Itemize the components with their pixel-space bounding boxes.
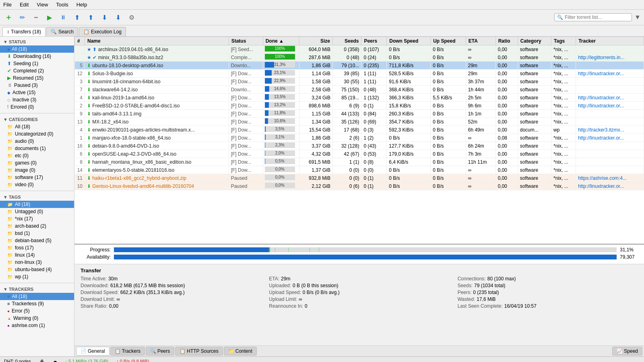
- sidebar-item-tag-all[interactable]: 📁 All (18): [0, 201, 74, 208]
- col-category[interactable]: Category: [518, 37, 551, 45]
- table-row[interactable]: 4 ⬇ kali-linux-2019-1a-amd64.iso [F] Dow…: [75, 94, 644, 102]
- tab-peers[interactable]: 🔍 Peers: [146, 347, 174, 356]
- menu-edit[interactable]: Edit: [18, 1, 30, 8]
- sidebar-item-tag-foss[interactable]: 📁 foss (17): [0, 244, 74, 251]
- table-row[interactable]: 13 ⬇ MX-18.2_x64.iso [F] Dow... 10,6% 1,…: [75, 118, 644, 126]
- status-collapse-icon[interactable]: ▼: [3, 39, 8, 44]
- table-row[interactable]: 2 ⬇ FreeBSD-12.0-STABLE-amd64-disc1.iso …: [75, 102, 644, 110]
- sidebar-item-active[interactable]: ◆ Active (15): [0, 89, 74, 96]
- trackers-collapse-icon[interactable]: ▼: [3, 287, 8, 292]
- sidebar-item-tag-nonlinux[interactable]: 📁 non-linux (3): [0, 259, 74, 266]
- sidebar-item-paused[interactable]: ⏸ Paused (3): [0, 82, 74, 89]
- add-torrent-button[interactable]: ＋: [2, 11, 14, 23]
- table-row[interactable]: 7 ⬇ slackware64-14.2.iso Downlo... 14,6%…: [75, 86, 644, 94]
- sidebar-item-tr-warning[interactable]: ▲ Warning (0): [0, 315, 74, 322]
- table-row[interactable]: 1 ⬇ manjaro-xfce-18.0-stable-x86_64.iso …: [75, 134, 644, 142]
- menu-tools[interactable]: Tools: [54, 1, 70, 8]
- search-input[interactable]: [565, 14, 629, 20]
- col-ratio[interactable]: Ratio: [495, 37, 518, 45]
- tab-execution-log[interactable]: 📋 Execution Log: [79, 27, 126, 36]
- settings-button[interactable]: ⚙: [126, 11, 138, 23]
- sidebar-item-tag-debian[interactable]: 📁 debian-based (5): [0, 237, 74, 244]
- tab-search[interactable]: 🔍 Search: [46, 27, 78, 36]
- col-size[interactable]: Size: [299, 37, 332, 45]
- priority-up-all-button[interactable]: ⬆: [85, 11, 97, 23]
- col-done[interactable]: Done ▲: [263, 37, 299, 45]
- sidebar-item-tr-error[interactable]: ● Error (5): [0, 307, 74, 315]
- col-num[interactable]: #: [75, 37, 85, 45]
- sidebar-item-tr-trackerless[interactable]: ≡ Trackerless (9): [0, 300, 74, 307]
- menu-view[interactable]: View: [35, 1, 50, 8]
- sidebar-item-cat-etc[interactable]: 📁 etc (0): [0, 152, 74, 159]
- sidebar-item-tag-wp[interactable]: 📁 wp (1): [0, 273, 74, 280]
- col-name[interactable]: Name: [85, 37, 229, 45]
- table-row[interactable]: ★ ⬆ archlinux-2019.04.01-x86_64.iso [F] …: [75, 45, 644, 53]
- sidebar-item-downloading[interactable]: ⬇ Downloading (16): [0, 53, 74, 60]
- tab-http-sources[interactable]: 📋 HTTP Sources: [175, 347, 223, 356]
- priority-down-button[interactable]: ⬇: [98, 11, 110, 23]
- col-up-speed[interactable]: Up Speed: [431, 37, 466, 45]
- sidebar-item-cat-software[interactable]: 📁 software (17): [0, 174, 74, 181]
- sidebar-item-cat-docs[interactable]: 📁 documents (1): [0, 145, 74, 152]
- priority-up-button[interactable]: ⬆: [71, 11, 83, 23]
- table-row[interactable]: ★ ✔ minix_R3.3.0-588a35b.iso.bz2 Comple.…: [75, 53, 644, 62]
- sidebar-item-tag-nix[interactable]: 📁 *nix (17): [0, 215, 74, 222]
- menu-help[interactable]: Help: [75, 1, 89, 8]
- sidebar-item-tag-ubuntu[interactable]: 📁 ubuntu-based (4): [0, 266, 74, 273]
- table-row[interactable]: 4 ⬇ enwiki-20190101-pages-articles-multi…: [75, 126, 644, 134]
- sidebar-item-tag-bsd[interactable]: 📁 bsd (1): [0, 230, 74, 237]
- sidebar-item-tr-all[interactable]: ≡ All (18): [0, 293, 74, 300]
- sidebar-item-inactive[interactable]: ◇ Inactive (3): [0, 96, 74, 103]
- sidebar-item-tag-linux[interactable]: 📁 linux (14): [0, 251, 74, 259]
- tab-content[interactable]: 📁 Content: [224, 347, 257, 356]
- table-row[interactable]: 6 ⬇ openSUSE-Leap-42.3-DVD-x86_64.iso [F…: [75, 150, 644, 158]
- torrent-table-container[interactable]: # Name Status Done ▲ Size Seeds Peers Do…: [74, 37, 644, 244]
- sidebar-item-tag-untagged[interactable]: 📁 Untagged (0): [0, 208, 74, 215]
- col-eta[interactable]: ETA: [466, 37, 495, 45]
- table-row[interactable]: 5 ⬇ ubuntu-18.10-desktop-amd64.iso Downl…: [75, 62, 644, 70]
- sidebar-item-tr-ashrise[interactable]: ● ashrise.com (1): [0, 322, 74, 329]
- pause-button[interactable]: ⏸: [57, 11, 69, 23]
- start-button[interactable]: ▶: [43, 11, 56, 23]
- sidebar-item-cat-image[interactable]: 📁 image (0): [0, 167, 74, 174]
- table-row[interactable]: 14 ⬇ elementaryos-5.0-stable.20181016.is…: [75, 166, 644, 174]
- tr-warning-icon: ▲: [7, 316, 11, 321]
- col-down-speed[interactable]: Down Speed: [387, 37, 431, 45]
- tab-trackers[interactable]: 📋 Trackers: [110, 347, 145, 356]
- col-seeds[interactable]: Seeds: [333, 37, 361, 45]
- sidebar-item-seeding[interactable]: ⬆ Seeding (1): [0, 60, 74, 67]
- sidebar-item-cat-video[interactable]: 📁 video (0): [0, 181, 74, 188]
- sidebar-item-tag-arch[interactable]: 📁 arch-based (2): [0, 222, 74, 230]
- table-row[interactable]: 8 ⬇ hannah_montana_linux_x86_basic_editi…: [75, 158, 644, 166]
- table-row[interactable]: 11 ⬇ haiku-r1beta1-x86_gcc2_hybrid-anybo…: [75, 174, 644, 182]
- tab-speed[interactable]: 📈 Speed: [612, 347, 642, 356]
- create-torrent-button[interactable]: ✏: [16, 11, 28, 23]
- remove-torrent-button[interactable]: －: [30, 11, 42, 23]
- col-tags[interactable]: Tags: [551, 37, 576, 45]
- cell-eta: 1h 1m: [466, 110, 495, 118]
- sidebar-item-cat-uncat[interactable]: 📁 Uncategorized (0): [0, 130, 74, 138]
- table-row[interactable]: 9 ⬇ tails-amd64-3.13.1.img [F] Dow... 11…: [75, 110, 644, 118]
- table-row[interactable]: 3 ⬇ linuxmint-18-cinnamon-64bit.iso [F] …: [75, 78, 644, 86]
- col-status[interactable]: Status: [229, 37, 263, 45]
- sidebar-item-cat-games[interactable]: 📁 games (0): [0, 159, 74, 167]
- search-options-button[interactable]: ▼: [634, 11, 642, 23]
- tags-collapse-icon[interactable]: ▼: [3, 195, 8, 200]
- sidebar-item-cat-all[interactable]: 📁 All (18): [0, 123, 74, 130]
- col-peers[interactable]: Peers: [361, 37, 387, 45]
- sidebar-item-resumed[interactable]: ▶ Resumed (15): [0, 74, 74, 82]
- cell-num: 6: [75, 150, 85, 158]
- table-row[interactable]: 10 ⬇ Gentoo-Linux-livedvd-amd64-multilib…: [75, 182, 644, 190]
- sidebar-item-completed[interactable]: ✔ Completed (2): [0, 67, 74, 74]
- menu-file[interactable]: File: [2, 1, 13, 8]
- tab-general[interactable]: 📄 General: [76, 347, 109, 356]
- categories-collapse-icon[interactable]: ▼: [3, 117, 8, 122]
- table-row[interactable]: 12 ⬇ Solus-3-Budgie.iso [F] Dow... 23,1%…: [75, 70, 644, 78]
- table-row[interactable]: 16 ⬇ debian-9.8.0-amd64-DVD-1.iso [F] Do…: [75, 142, 644, 150]
- priority-down-all-button[interactable]: ⬇: [112, 11, 124, 23]
- sidebar-item-all[interactable]: ● All (18): [0, 45, 74, 53]
- sidebar-item-cat-audio[interactable]: 📁 audio (0): [0, 138, 74, 145]
- sidebar-item-errored[interactable]: ! Errored (0): [0, 103, 74, 111]
- tab-transfers[interactable]: ↕ Transfers (18): [2, 27, 45, 36]
- col-tracker[interactable]: Tracker: [576, 37, 644, 45]
